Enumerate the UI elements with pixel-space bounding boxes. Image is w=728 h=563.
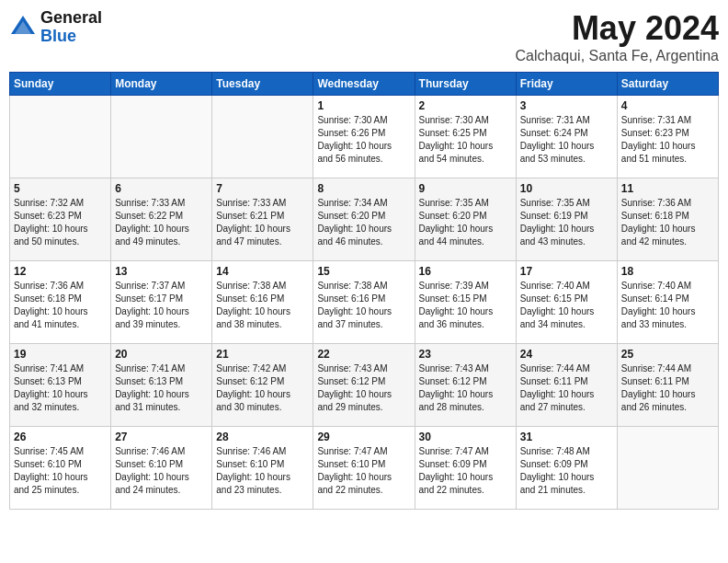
day-number: 24	[520, 348, 613, 361]
header-cell-saturday: Saturday	[617, 73, 718, 96]
day-number: 8	[317, 182, 410, 195]
day-info: Sunrise: 7:35 AM Sunset: 6:20 PM Dayligh…	[419, 197, 512, 248]
day-cell: 5Sunrise: 7:32 AM Sunset: 6:23 PM Daylig…	[10, 178, 111, 261]
day-cell: 26Sunrise: 7:45 AM Sunset: 6:10 PM Dayli…	[10, 427, 111, 510]
week-row-4: 19Sunrise: 7:41 AM Sunset: 6:13 PM Dayli…	[10, 344, 719, 427]
day-number: 25	[621, 348, 714, 361]
day-info: Sunrise: 7:41 AM Sunset: 6:13 PM Dayligh…	[115, 362, 208, 414]
day-cell: 18Sunrise: 7:40 AM Sunset: 6:14 PM Dayli…	[617, 261, 718, 344]
day-number: 31	[520, 431, 613, 443]
day-number: 20	[115, 348, 208, 361]
day-info: Sunrise: 7:48 AM Sunset: 6:09 PM Dayligh…	[520, 445, 613, 497]
day-number: 26	[14, 431, 107, 443]
day-info: Sunrise: 7:38 AM Sunset: 6:16 PM Dayligh…	[216, 280, 309, 331]
header-cell-tuesday: Tuesday	[212, 73, 313, 96]
day-cell: 28Sunrise: 7:46 AM Sunset: 6:10 PM Dayli…	[212, 427, 313, 510]
day-number: 29	[317, 431, 410, 443]
day-cell: 14Sunrise: 7:38 AM Sunset: 6:16 PM Dayli…	[212, 261, 313, 344]
day-info: Sunrise: 7:40 AM Sunset: 6:15 PM Dayligh…	[520, 280, 613, 331]
day-number: 28	[216, 431, 309, 443]
day-info: Sunrise: 7:31 AM Sunset: 6:23 PM Dayligh…	[621, 114, 714, 166]
day-info: Sunrise: 7:46 AM Sunset: 6:10 PM Dayligh…	[115, 445, 208, 497]
week-row-5: 26Sunrise: 7:45 AM Sunset: 6:10 PM Dayli…	[10, 427, 719, 510]
day-info: Sunrise: 7:44 AM Sunset: 6:11 PM Dayligh…	[520, 362, 613, 414]
header-cell-wednesday: Wednesday	[313, 73, 415, 96]
day-info: Sunrise: 7:42 AM Sunset: 6:12 PM Dayligh…	[216, 362, 309, 414]
day-info: Sunrise: 7:40 AM Sunset: 6:14 PM Dayligh…	[621, 280, 714, 331]
day-info: Sunrise: 7:47 AM Sunset: 6:10 PM Dayligh…	[317, 445, 410, 497]
logo-general: General	[40, 9, 102, 28]
day-cell: 8Sunrise: 7:34 AM Sunset: 6:20 PM Daylig…	[313, 178, 415, 261]
day-number: 17	[520, 265, 613, 278]
week-row-3: 12Sunrise: 7:36 AM Sunset: 6:18 PM Dayli…	[10, 261, 719, 344]
page-header: General Blue May 2024 Calchaqui, Santa F…	[9, 9, 719, 64]
day-info: Sunrise: 7:30 AM Sunset: 6:26 PM Dayligh…	[317, 114, 410, 166]
header-row: SundayMondayTuesdayWednesdayThursdayFrid…	[10, 73, 719, 96]
day-cell: 24Sunrise: 7:44 AM Sunset: 6:11 PM Dayli…	[516, 344, 617, 427]
day-cell: 11Sunrise: 7:36 AM Sunset: 6:18 PM Dayli…	[617, 178, 718, 261]
day-info: Sunrise: 7:31 AM Sunset: 6:24 PM Dayligh…	[520, 114, 613, 166]
day-info: Sunrise: 7:39 AM Sunset: 6:15 PM Dayligh…	[419, 280, 512, 331]
day-info: Sunrise: 7:43 AM Sunset: 6:12 PM Dayligh…	[317, 362, 410, 414]
day-number: 10	[520, 182, 613, 195]
day-number: 7	[216, 182, 309, 195]
day-cell	[212, 96, 313, 178]
day-number: 3	[520, 99, 613, 112]
day-cell: 10Sunrise: 7:35 AM Sunset: 6:19 PM Dayli…	[516, 178, 617, 261]
day-number: 14	[216, 265, 309, 278]
day-cell: 6Sunrise: 7:33 AM Sunset: 6:22 PM Daylig…	[111, 178, 212, 261]
day-cell: 17Sunrise: 7:40 AM Sunset: 6:15 PM Dayli…	[516, 261, 617, 344]
header-cell-monday: Monday	[111, 73, 212, 96]
day-cell	[617, 427, 718, 510]
logo-text: General Blue	[40, 9, 102, 46]
day-cell: 21Sunrise: 7:42 AM Sunset: 6:12 PM Dayli…	[212, 344, 313, 427]
day-cell: 4Sunrise: 7:31 AM Sunset: 6:23 PM Daylig…	[617, 96, 718, 178]
day-number: 13	[115, 265, 208, 278]
day-cell: 16Sunrise: 7:39 AM Sunset: 6:15 PM Dayli…	[415, 261, 516, 344]
calendar-table: SundayMondayTuesdayWednesdayThursdayFrid…	[9, 72, 719, 510]
day-cell: 27Sunrise: 7:46 AM Sunset: 6:10 PM Dayli…	[111, 427, 212, 510]
day-info: Sunrise: 7:38 AM Sunset: 6:16 PM Dayligh…	[317, 280, 410, 331]
day-number: 22	[317, 348, 410, 361]
logo-icon	[9, 14, 37, 41]
day-cell	[10, 96, 111, 178]
day-number: 16	[419, 265, 512, 278]
day-info: Sunrise: 7:30 AM Sunset: 6:25 PM Dayligh…	[419, 114, 512, 166]
header-cell-friday: Friday	[516, 73, 617, 96]
day-number: 11	[621, 182, 714, 195]
month-year: May 2024	[516, 9, 719, 48]
logo: General Blue	[9, 9, 102, 46]
day-cell: 1Sunrise: 7:30 AM Sunset: 6:26 PM Daylig…	[313, 96, 415, 178]
day-number: 23	[419, 348, 512, 361]
day-info: Sunrise: 7:41 AM Sunset: 6:13 PM Dayligh…	[14, 362, 107, 414]
day-number: 5	[14, 182, 107, 195]
location: Calchaqui, Santa Fe, Argentina	[516, 48, 719, 64]
day-number: 2	[419, 99, 512, 112]
logo-blue: Blue	[40, 28, 102, 46]
day-info: Sunrise: 7:32 AM Sunset: 6:23 PM Dayligh…	[14, 197, 107, 248]
day-cell: 15Sunrise: 7:38 AM Sunset: 6:16 PM Dayli…	[313, 261, 415, 344]
week-row-2: 5Sunrise: 7:32 AM Sunset: 6:23 PM Daylig…	[10, 178, 719, 261]
week-row-1: 1Sunrise: 7:30 AM Sunset: 6:26 PM Daylig…	[10, 96, 719, 178]
day-cell: 13Sunrise: 7:37 AM Sunset: 6:17 PM Dayli…	[111, 261, 212, 344]
day-cell: 31Sunrise: 7:48 AM Sunset: 6:09 PM Dayli…	[516, 427, 617, 510]
day-cell: 19Sunrise: 7:41 AM Sunset: 6:13 PM Dayli…	[10, 344, 111, 427]
day-number: 15	[317, 265, 410, 278]
day-cell: 25Sunrise: 7:44 AM Sunset: 6:11 PM Dayli…	[617, 344, 718, 427]
day-info: Sunrise: 7:33 AM Sunset: 6:21 PM Dayligh…	[216, 197, 309, 248]
day-cell: 22Sunrise: 7:43 AM Sunset: 6:12 PM Dayli…	[313, 344, 415, 427]
day-number: 27	[115, 431, 208, 443]
day-cell: 2Sunrise: 7:30 AM Sunset: 6:25 PM Daylig…	[415, 96, 516, 178]
day-number: 12	[14, 265, 107, 278]
day-cell: 7Sunrise: 7:33 AM Sunset: 6:21 PM Daylig…	[212, 178, 313, 261]
title-section: May 2024 Calchaqui, Santa Fe, Argentina	[516, 9, 719, 64]
day-cell: 30Sunrise: 7:47 AM Sunset: 6:09 PM Dayli…	[415, 427, 516, 510]
header-cell-sunday: Sunday	[10, 73, 111, 96]
day-info: Sunrise: 7:45 AM Sunset: 6:10 PM Dayligh…	[14, 445, 107, 497]
day-number: 1	[317, 99, 410, 112]
day-number: 30	[419, 431, 512, 443]
day-number: 18	[621, 265, 714, 278]
day-number: 21	[216, 348, 309, 361]
day-cell: 3Sunrise: 7:31 AM Sunset: 6:24 PM Daylig…	[516, 96, 617, 178]
day-cell	[111, 96, 212, 178]
